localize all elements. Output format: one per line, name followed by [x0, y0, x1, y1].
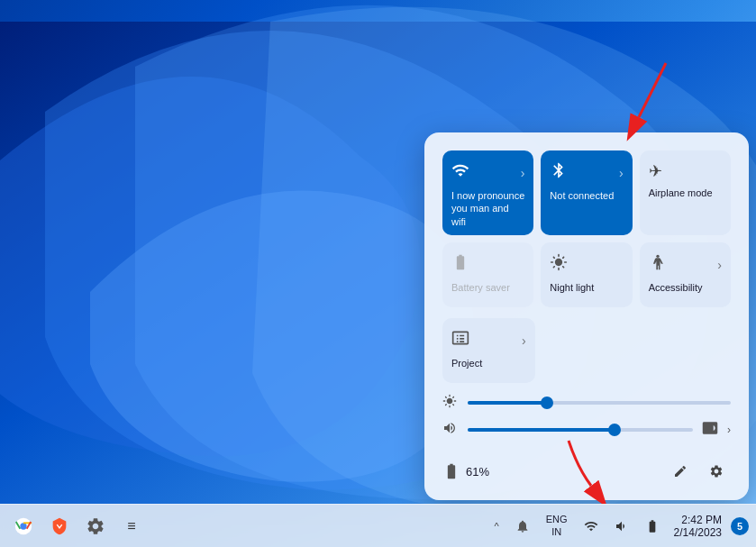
wifi-button[interactable]: › I now pronounce you man and wifi: [442, 150, 533, 235]
taskbar-system-area: ^ ENG IN: [489, 510, 749, 541]
app-chrome[interactable]: [7, 510, 40, 542]
wifi-arrow[interactable]: ›: [521, 166, 525, 180]
app-settings[interactable]: [79, 510, 112, 542]
wifi-label: I now pronounce you man and wifi: [451, 189, 524, 228]
battery-icon: [442, 462, 460, 480]
volume-tray-icon[interactable]: [609, 515, 634, 537]
app-taskbar-extra[interactable]: ≡: [115, 510, 148, 542]
edit-button[interactable]: [666, 457, 695, 486]
battery-status: 61%: [442, 462, 489, 480]
project-arrow[interactable]: ›: [522, 333, 526, 348]
notification-count: 5: [737, 521, 742, 532]
wifi-tray-icon[interactable]: [578, 515, 604, 537]
project-button[interactable]: › Project: [442, 318, 535, 383]
quick-settings-panel: › I now pronounce you man and wifi › Not…: [424, 132, 749, 500]
airplane-label: Airplane mode: [649, 187, 713, 199]
battery-tray: [645, 519, 660, 533]
app-brave[interactable]: [43, 510, 76, 542]
desktop: › I now pronounce you man and wifi › Not…: [0, 0, 756, 547]
volume-extra-icon[interactable]: [702, 420, 718, 439]
quick-actions-grid: › I now pronounce you man and wifi › Not…: [442, 150, 731, 307]
battery-saver-label: Battery saver: [451, 281, 510, 294]
accessibility-icon: [649, 253, 667, 276]
battery-percent: 61%: [466, 465, 489, 479]
brightness-slider-row: [442, 394, 731, 411]
accessibility-label: Accessibility: [649, 281, 703, 294]
svg-point-1: [656, 255, 659, 258]
taskbar-apps: ≡: [7, 510, 148, 542]
wifi-icon: [451, 161, 469, 184]
svg-point-5: [20, 523, 26, 529]
settings-button[interactable]: [702, 457, 731, 486]
project-icon: [451, 329, 469, 351]
taskbar: ≡ ^ ENG IN: [0, 504, 756, 547]
notification-icon: [515, 519, 530, 533]
clock-time: 2:42 PM: [681, 514, 722, 526]
airplane-button[interactable]: ✈ Airplane mode: [640, 150, 731, 235]
bluetooth-label: Not connected: [550, 189, 614, 202]
airplane-icon: ✈: [649, 161, 662, 181]
project-label: Project: [451, 357, 482, 369]
panel-bottom-icons: [666, 457, 731, 486]
settings-icon: [709, 464, 724, 479]
panel-bottom-bar: 61%: [442, 450, 731, 486]
system-tray-chevron[interactable]: ^: [489, 517, 505, 535]
accessibility-arrow[interactable]: ›: [717, 258, 722, 272]
volume-icon: [442, 421, 459, 438]
brightness-track[interactable]: [468, 401, 731, 405]
clock-display[interactable]: 2:42 PM 2/14/2023: [670, 512, 725, 541]
night-light-label: Night light: [550, 281, 594, 294]
language-switcher[interactable]: ENG IN: [541, 510, 573, 541]
volume-slider-row: ›: [442, 420, 731, 439]
language-label: ENG IN: [546, 514, 568, 537]
brightness-icon: [442, 394, 459, 411]
clock-date: 2/14/2023: [674, 526, 722, 539]
night-light-button[interactable]: Night light: [541, 242, 632, 307]
bluetooth-icon: [550, 161, 568, 184]
volume-tray: [615, 519, 629, 533]
notification-count-badge[interactable]: 5: [731, 517, 749, 535]
accessibility-button[interactable]: › Accessibility: [640, 242, 731, 307]
bluetooth-button[interactable]: › Not connected: [541, 150, 632, 235]
battery-saver-icon: [451, 253, 469, 276]
volume-extra-arrow[interactable]: ›: [727, 424, 731, 436]
bluetooth-arrow[interactable]: ›: [619, 166, 624, 180]
edit-icon: [673, 464, 688, 479]
battery-saver-button[interactable]: Battery saver: [442, 242, 533, 307]
battery-tray-icon[interactable]: [640, 515, 665, 537]
volume-track[interactable]: [468, 428, 693, 432]
night-light-icon: [550, 253, 568, 276]
system-tray-notification[interactable]: [510, 515, 535, 537]
wifi-tray: [584, 519, 598, 533]
